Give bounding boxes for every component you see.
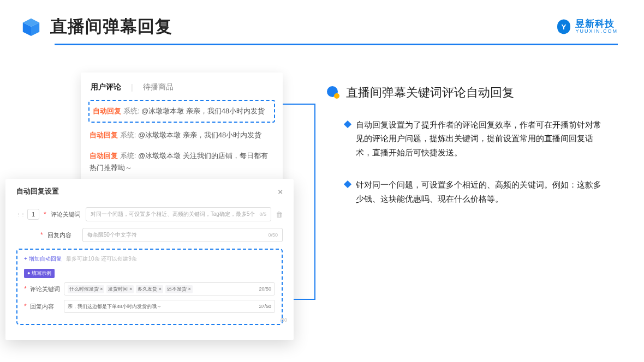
auto-reply-tag: 自动回复 <box>93 107 121 115</box>
comments-card: 用户评论 | 待播商品 自动回复 系统: @冰墩墩本墩 亲亲，我们48小时内发货… <box>81 73 283 194</box>
required-dot: * <box>44 210 46 218</box>
header: 直播间弹幕回复 Y 昱新科技 YUUXIN.COM <box>21 15 618 38</box>
section-title: 直播间弹幕关键词评论自动回复 <box>346 85 514 101</box>
rule-index: 1 <box>27 209 39 220</box>
tag-item[interactable]: 发货时间 × <box>106 285 134 293</box>
floating-counter: /50 <box>280 317 287 323</box>
ex-reply-input[interactable]: 亲，我们这边都是下单48小时内发货的哦～ 37/50 <box>64 300 275 313</box>
tag-item[interactable]: 什么时候发货 × <box>68 285 105 293</box>
example-badge: ● 填写示例 <box>24 269 55 278</box>
comment-row: 自动回复 系统: @冰墩墩本墩 亲亲，我们48小时内发货 <box>88 127 275 143</box>
keyword-placeholder: 对同一个问题，可设置多个相近、高频的关键词，Tag确定，最多5个 <box>91 210 255 218</box>
delete-icon[interactable]: 🗑 <box>276 210 283 219</box>
comment-text: @冰墩墩本墩 亲亲，我们48小时内发货 <box>141 107 265 115</box>
reply-input[interactable]: 每条限50个中文字符 0/50 <box>82 228 283 242</box>
connector-line <box>314 104 315 300</box>
comment-row-highlight: 自动回复 系统: @冰墩墩本墩 亲亲，我们48小时内发货 <box>88 100 275 123</box>
close-icon[interactable]: × <box>278 187 283 196</box>
ex-reply-label: 回复内容 <box>30 303 61 311</box>
reply-counter: 0/50 <box>268 232 278 238</box>
connector-line <box>283 104 315 105</box>
add-rule-link[interactable]: + 增加自动回复 <box>24 256 62 262</box>
reply-placeholder: 每条限50个中文字符 <box>87 231 137 239</box>
reply-label: 回复内容 <box>47 231 78 239</box>
svg-text:Y: Y <box>562 23 567 31</box>
cube-icon <box>21 16 41 37</box>
system-label: 系统: <box>123 107 140 115</box>
bullet-text: 针对同一个问题，可设置多个相近的、高频的关键词。例如：这款多少钱、这块能优惠吗、… <box>356 178 607 206</box>
modal-title: 自动回复设置 <box>16 186 59 196</box>
page-title: 直播间弹幕回复 <box>50 15 172 38</box>
ex-reply-value: 亲，我们这边都是下单48小时内发货的哦～ <box>68 303 162 310</box>
tag-item[interactable]: 还不发货 × <box>165 285 193 293</box>
ex-reply-counter: 37/50 <box>259 304 271 309</box>
brand-logo-icon: Y <box>556 19 572 35</box>
tab-separator: | <box>131 83 133 92</box>
tab-user-comments[interactable]: 用户评论 <box>91 82 121 92</box>
ex-keyword-counter: 20/50 <box>259 286 271 292</box>
brand-name-cn: 昱新科技 <box>575 19 618 29</box>
brand-name-en: YUUXIN.COM <box>575 29 618 34</box>
comment-text: @冰墩墩本墩 亲亲，我们48小时内发货 <box>138 131 261 139</box>
connector-line <box>294 299 314 300</box>
bubble-icon <box>326 86 341 100</box>
bullet-text: 自动回复设置为了提升作者的评论回复效率，作者可在开播前针对常见的评论用户问题，提… <box>356 118 607 160</box>
required-dot: * <box>40 231 43 239</box>
header-rule <box>55 44 618 45</box>
system-label: 系统: <box>120 152 136 160</box>
bullet-item: 针对同一个问题，可设置多个相近的、高频的关键词。例如：这款多少钱、这块能优惠吗、… <box>345 178 618 206</box>
keyword-counter: 0/5 <box>259 212 266 217</box>
bullet-item: 自动回复设置为了提升作者的评论回复效率，作者可在开播前针对常见的评论用户问题，提… <box>345 118 618 160</box>
brand-logo: Y 昱新科技 YUUXIN.COM <box>556 19 618 35</box>
system-label: 系统: <box>120 131 136 139</box>
auto-reply-tag: 自动回复 <box>90 131 118 139</box>
required-dot: * <box>24 303 27 310</box>
ex-keyword-tags[interactable]: 什么时候发货 × 发货时间 × 多久发货 × 还不发货 × 20/50 <box>64 282 275 295</box>
keyword-input[interactable]: 对同一个问题，可设置多个相近、高频的关键词，Tag确定，最多5个 0/5 <box>86 207 271 221</box>
auto-reply-tag: 自动回复 <box>90 152 118 160</box>
svg-point-5 <box>334 93 339 99</box>
auto-reply-settings-modal: 自动回复设置 × ⋮⋮ 1 * 评论关键词 对同一个问题，可设置多个相近、高频的… <box>5 179 294 340</box>
example-block: + 增加自动回复 最多可建10条 还可以创建9条 ● 填写示例 * 评论关键词 … <box>16 249 283 325</box>
tab-pending-products[interactable]: 待播商品 <box>143 82 174 92</box>
diamond-icon <box>344 180 351 188</box>
add-rule-hint: 最多可建10条 还可以创建9条 <box>66 256 136 262</box>
keyword-label: 评论关键词 <box>51 210 81 219</box>
diamond-icon <box>344 120 351 128</box>
required-dot: * <box>24 285 27 293</box>
drag-handle-icon[interactable]: ⋮⋮ <box>16 212 23 217</box>
ex-keyword-label: 评论关键词 <box>30 285 61 293</box>
comment-row: 自动回复 系统: @冰墩墩本墩 关注我们的店铺，每日都有热门推荐呦～ <box>88 148 275 176</box>
tag-item[interactable]: 多久发货 × <box>136 285 163 293</box>
